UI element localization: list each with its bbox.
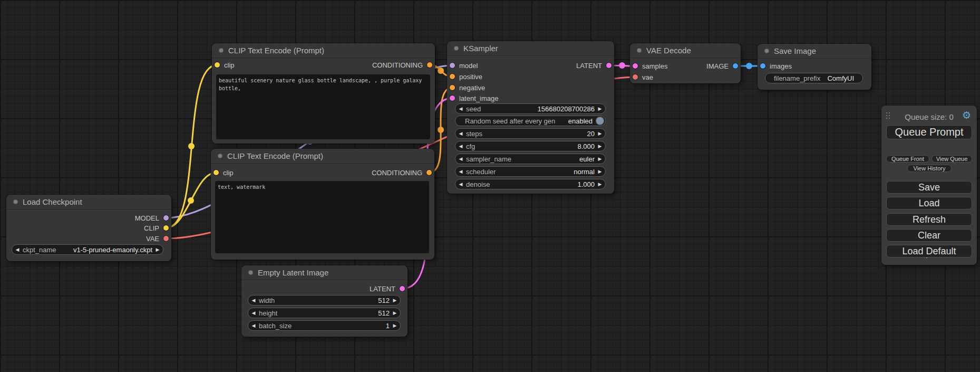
collapse-dot-icon[interactable] (764, 49, 769, 53)
node-vae-decode[interactable]: VAE Decode samples vae IMAGE (630, 43, 741, 83)
increment-arrow-icon[interactable]: ▶ (595, 131, 605, 136)
node-header[interactable]: KSampler (447, 41, 614, 56)
collapse-dot-icon[interactable] (219, 48, 224, 53)
decrement-arrow-icon[interactable]: ◀ (455, 106, 466, 111)
node-header[interactable]: VAE Decode (630, 43, 741, 58)
increment-arrow-icon[interactable]: ▶ (595, 182, 605, 187)
increment-arrow-icon[interactable]: ▶ (390, 310, 400, 316)
decrement-arrow-icon[interactable]: ◀ (455, 169, 466, 174)
port-input-clip[interactable]: clip (215, 60, 235, 70)
port-dot-clip[interactable] (163, 225, 169, 231)
port-output-model[interactable]: MODEL (135, 213, 169, 223)
prompt-textarea[interactable]: text, watermark (215, 181, 429, 253)
port-input-positive[interactable]: positive (450, 71, 482, 82)
settings-gear-icon[interactable]: ⚙ (962, 110, 971, 120)
increment-arrow-icon[interactable]: ▶ (595, 169, 605, 174)
clear-button[interactable]: Clear (886, 229, 972, 242)
node-ksampler[interactable]: KSampler model positive negative latent_… (447, 41, 614, 194)
load-button[interactable]: Load (886, 197, 972, 209)
node-clip-text-encode-negative[interactable]: CLIP Text Encode (Prompt) clip CONDITION… (211, 149, 434, 260)
load-default-button[interactable]: Load Default (886, 245, 972, 257)
widget-sampler-name[interactable]: ◀ sampler_name euler ▶ (455, 154, 606, 164)
increment-arrow-icon[interactable]: ▶ (595, 156, 605, 161)
port-input-model[interactable]: model (450, 60, 478, 71)
port-input-vae[interactable]: vae (633, 72, 653, 82)
widget-denoise[interactable]: ◀ denoise 1.000 ▶ (455, 179, 606, 189)
widget-filename-prefix[interactable]: filename_prefix ComfyUI (765, 73, 863, 83)
port-output-clip[interactable]: CLIP (144, 223, 169, 233)
port-output-vae[interactable]: VAE (146, 233, 169, 244)
port-output-latent[interactable]: LATENT (576, 60, 612, 71)
port-output-latent[interactable]: LATENT (370, 283, 405, 294)
increment-arrow-icon[interactable]: ▶ (595, 144, 605, 149)
port-dot-clip[interactable] (214, 170, 219, 175)
decrement-arrow-icon[interactable]: ◀ (248, 310, 259, 316)
node-header[interactable]: Load Checkpoint (6, 195, 171, 209)
collapse-dot-icon[interactable] (637, 48, 642, 53)
increment-arrow-icon[interactable]: ▶ (152, 247, 163, 252)
port-dot-conditioning[interactable] (426, 170, 432, 175)
widget-width[interactable]: ◀ width 512 ▶ (248, 295, 401, 306)
node-header[interactable]: Save Image (758, 44, 871, 59)
decrement-arrow-icon[interactable]: ◀ (455, 182, 466, 187)
widget-steps[interactable]: ◀ steps 20 ▶ (455, 128, 606, 139)
widget-scheduler[interactable]: ◀ scheduler normal ▶ (455, 166, 606, 177)
increment-arrow-icon[interactable]: ▶ (390, 323, 400, 328)
port-dot-conditioning[interactable] (427, 62, 432, 68)
port-output-image[interactable]: IMAGE (706, 61, 738, 71)
port-dot-vae[interactable] (633, 74, 638, 80)
save-button[interactable]: Save (886, 181, 972, 194)
collapse-dot-icon[interactable] (248, 270, 253, 275)
widget-batch-size[interactable]: ◀ batch_size 1 ▶ (248, 320, 401, 331)
node-save-image[interactable]: Save Image images filename_prefix ComfyU… (758, 44, 871, 90)
port-output-conditioning[interactable]: CONDITIONING (372, 60, 432, 70)
port-dot-latent[interactable] (606, 63, 612, 68)
comfyui-canvas[interactable]: { "colors": { "model": "#b39ddb", "clip"… (0, 0, 980, 372)
decrement-arrow-icon[interactable]: ◀ (248, 298, 259, 303)
widget-seed[interactable]: ◀ seed 156680208700286 ▶ (455, 103, 606, 114)
decrement-arrow-icon[interactable]: ◀ (455, 144, 466, 149)
port-input-latent-image[interactable]: latent_image (450, 93, 498, 103)
port-dot-latent[interactable] (400, 286, 405, 291)
port-dot-conditioning[interactable] (450, 85, 455, 90)
node-header[interactable]: CLIP Text Encode (Prompt) (211, 149, 434, 164)
node-clip-text-encode-positive[interactable]: CLIP Text Encode (Prompt) clip CONDITION… (212, 43, 435, 144)
port-input-negative[interactable]: negative (450, 82, 485, 93)
view-queue-button[interactable]: View Queue (932, 155, 972, 163)
widget-random-seed-toggle[interactable]: Random seed after every gen enabled (455, 116, 606, 126)
port-dot-vae[interactable] (163, 236, 169, 241)
port-dot-clip[interactable] (215, 62, 220, 68)
decrement-arrow-icon[interactable]: ◀ (248, 323, 259, 328)
node-load-checkpoint[interactable]: Load Checkpoint MODEL CLIP VAE ◀ ckpt_na… (6, 195, 171, 261)
prompt-textarea[interactable]: beautiful scenery nature glass bottle la… (216, 74, 430, 139)
queue-front-button[interactable]: Queue Front (886, 155, 929, 163)
increment-arrow-icon[interactable]: ▶ (595, 106, 605, 111)
port-input-samples[interactable]: samples (633, 61, 667, 71)
port-input-images[interactable]: images (760, 61, 792, 71)
refresh-button[interactable]: Refresh (886, 213, 972, 226)
node-header[interactable]: CLIP Text Encode (Prompt) (212, 43, 435, 58)
widget-height[interactable]: ◀ height 512 ▶ (248, 308, 401, 318)
decrement-arrow-icon[interactable]: ◀ (455, 131, 466, 136)
port-input-clip[interactable]: clip (214, 167, 234, 178)
port-dot-model[interactable] (163, 215, 169, 221)
node-header[interactable]: Empty Latent Image (241, 265, 407, 280)
widget-cfg[interactable]: ◀ cfg 8.000 ▶ (455, 141, 606, 151)
port-output-conditioning[interactable]: CONDITIONING (372, 167, 432, 178)
decrement-arrow-icon[interactable]: ◀ (12, 247, 23, 252)
port-dot-model[interactable] (450, 63, 455, 68)
port-dot-latent[interactable] (633, 63, 638, 69)
collapse-dot-icon[interactable] (454, 46, 459, 51)
collapse-dot-icon[interactable] (218, 154, 222, 158)
increment-arrow-icon[interactable]: ▶ (390, 298, 400, 303)
view-history-button[interactable]: View History (907, 165, 952, 172)
port-dot-latent[interactable] (450, 96, 455, 101)
node-empty-latent-image[interactable]: Empty Latent Image LATENT ◀ width 512 ▶ … (241, 265, 407, 337)
port-dot-conditioning[interactable] (450, 74, 455, 79)
decrement-arrow-icon[interactable]: ◀ (455, 156, 466, 161)
port-dot-image[interactable] (733, 63, 738, 69)
widget-ckpt-name[interactable]: ◀ ckpt_name v1-5-pruned-emaonly.ckpt ▶ (12, 244, 163, 255)
collapse-dot-icon[interactable] (13, 199, 18, 204)
queue-prompt-button[interactable]: Queue Prompt (886, 125, 972, 139)
toggle-knob-icon[interactable] (596, 117, 604, 125)
